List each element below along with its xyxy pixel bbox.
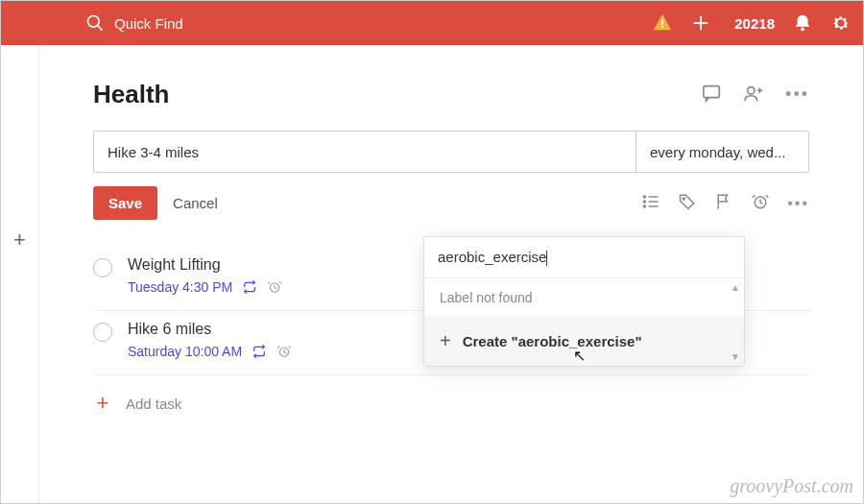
svg-rect-8: [704, 85, 720, 97]
page-header: Health •••: [93, 80, 809, 109]
sidebar-add-icon[interactable]: +: [13, 228, 26, 252]
task-date-input[interactable]: every monday, wed...: [636, 132, 808, 172]
add-task-label: Add task: [126, 396, 181, 412]
top-bar: Quick Find 20218: [1, 1, 863, 45]
task-due[interactable]: Tuesday 4:30 PM: [128, 279, 232, 295]
svg-point-13: [643, 200, 645, 202]
label-popup: aerobic_exercise ▲ Label not found + Cre…: [423, 236, 745, 367]
task-checkbox[interactable]: [93, 323, 112, 342]
search-icon: [85, 13, 105, 33]
svg-line-1: [98, 26, 103, 31]
recurring-icon: [242, 279, 257, 295]
svg-point-7: [801, 28, 804, 32]
watermark: groovyPost.com: [730, 475, 853, 497]
tag-icon[interactable]: [678, 192, 697, 215]
flag-icon[interactable]: [714, 192, 733, 215]
task-checkbox[interactable]: [93, 258, 112, 277]
svg-rect-3: [661, 26, 663, 28]
save-button[interactable]: Save: [93, 186, 157, 220]
scroll-up-icon[interactable]: ▲: [731, 282, 740, 293]
svg-point-0: [88, 16, 100, 28]
label-input[interactable]: aerobic_exercise: [438, 249, 547, 265]
more-icon[interactable]: •••: [785, 84, 809, 105]
page-actions: •••: [701, 83, 809, 108]
task-name-input[interactable]: [94, 132, 636, 172]
alarm-icon: [276, 344, 292, 359]
plus-icon: +: [93, 391, 112, 416]
svg-point-18: [683, 198, 684, 200]
task-title[interactable]: Weight Lifting: [128, 256, 282, 274]
top-actions: 20218: [652, 12, 852, 34]
bell-icon[interactable]: [792, 12, 813, 34]
editor-actions: Save Cancel •••: [93, 186, 809, 220]
warning-icon[interactable]: [652, 12, 673, 34]
search-placeholder: Quick Find: [114, 15, 183, 32]
svg-point-9: [748, 86, 755, 93]
karma-value: 20218: [734, 15, 775, 32]
share-icon[interactable]: [743, 83, 764, 108]
svg-point-14: [643, 204, 645, 206]
more-tools-icon[interactable]: •••: [787, 195, 809, 212]
reminder-icon[interactable]: [751, 192, 770, 215]
plus-icon: +: [440, 330, 451, 352]
list-icon[interactable]: [641, 192, 660, 215]
svg-rect-2: [661, 19, 663, 24]
label-not-found-message: Label not found: [424, 278, 744, 317]
comments-icon[interactable]: [701, 83, 722, 108]
gear-icon[interactable]: [830, 12, 852, 34]
cancel-button[interactable]: Cancel: [173, 195, 218, 211]
task-title[interactable]: Hike 6 miles: [128, 321, 292, 338]
task-due[interactable]: Saturday 10:00 AM: [128, 344, 242, 359]
alarm-icon: [267, 279, 282, 295]
add-task-button[interactable]: + Add task: [93, 375, 809, 431]
quick-find[interactable]: Quick Find: [85, 13, 652, 33]
create-label-text: Create "aerobic_exercise": [463, 333, 642, 349]
page-title: Health: [93, 80, 169, 109]
scroll-down-icon[interactable]: ▼: [731, 351, 740, 362]
left-sidebar: +: [1, 45, 39, 503]
add-button[interactable]: [690, 12, 711, 34]
task-editor-row: every monday, wed...: [93, 131, 809, 173]
create-label-button[interactable]: + Create "aerobic_exercise": [424, 317, 744, 366]
svg-point-12: [643, 195, 645, 197]
karma-counter[interactable]: 20218: [729, 15, 775, 32]
editor-tools: •••: [641, 192, 809, 215]
recurring-icon: [252, 344, 267, 359]
